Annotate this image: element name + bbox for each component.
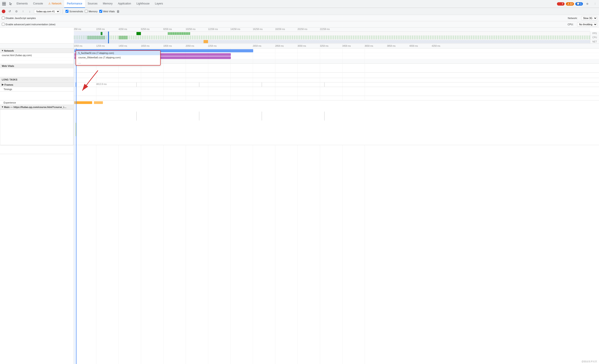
inspect-icon[interactable] xyxy=(1,1,7,7)
ruler-tick-3: 6258 ms xyxy=(141,28,150,30)
tooltip-container: 5_5a18ae5f.css (7.idqqimg.com) course_09… xyxy=(76,50,161,66)
tab-network[interactable]: ⚠ Network xyxy=(46,0,64,8)
upload-button[interactable]: ↑ xyxy=(21,9,26,14)
long-tasks-timeline xyxy=(74,73,599,78)
ruler-tick-6: 12258 ms xyxy=(208,28,218,30)
frames-arrow-icon: ▶ xyxy=(2,83,4,86)
network-arrow-icon: ▾ xyxy=(2,49,3,52)
detail-area: ▾ Network course.html (fudao.qq.com) Web… xyxy=(0,49,599,364)
ruler-tick-10: 20258 ms xyxy=(298,28,307,30)
enable-paint-checkbox[interactable] xyxy=(2,23,5,26)
screenshots-checkbox[interactable] xyxy=(66,10,69,13)
more-icon[interactable]: ⋮ xyxy=(592,1,598,7)
tab-bar: Elements Console ⚠ Network Performance S… xyxy=(0,0,599,8)
net-label-overview: NET xyxy=(590,40,599,43)
record-button[interactable] xyxy=(2,10,5,13)
timings-row: Timings xyxy=(0,87,74,91)
svg-rect-0 xyxy=(2,2,4,4)
timing-vline-5 xyxy=(324,83,325,87)
cpu-label-overview: CPU xyxy=(590,35,599,40)
web-vitals-row: Web Vitals xyxy=(0,64,74,68)
timeline-overview: 258 ms 2258 ms 4258 ms 6258 ms 8258 ms 1… xyxy=(0,27,599,43)
main-thread-header[interactable]: ▾ Main — https://fudao.qq.com/course.htm… xyxy=(0,105,74,109)
vline-a xyxy=(136,112,137,121)
network-label: Network: xyxy=(568,17,578,19)
detail-tick-5: 2058 ms xyxy=(186,45,194,47)
ruler-tick-8: 16258 ms xyxy=(253,28,263,30)
tooltip-item-1[interactable]: 5_5a18ae5f.css (7.idqqimg.com) xyxy=(76,51,160,55)
detail-tick-15: 4258 ms xyxy=(432,45,440,47)
network-html-row: course.html (fudao.qq.com) xyxy=(0,53,74,57)
frames-group-header[interactable]: ▶ Frames xyxy=(0,83,74,87)
detail-ruler-right: 1058 ms 1258 ms 1458 ms 1658 ms 1858 ms … xyxy=(74,43,599,48)
detail-tick-6: 2258 ms xyxy=(208,45,217,47)
network-group-header[interactable]: ▾ Network xyxy=(0,49,74,53)
cpu-throttle-select[interactable]: No throttling xyxy=(577,22,597,26)
timing-vline xyxy=(76,83,76,87)
timings-timeline-2 xyxy=(74,87,599,96)
ruler-tick-5: 10258 ms xyxy=(186,28,195,30)
tracks-left-panel: ▾ Network course.html (fudao.qq.com) Web… xyxy=(0,49,74,364)
enable-paint-label[interactable]: Enable advanced paint instrumentation (s… xyxy=(2,23,55,26)
detail-tick-13: 3858 ms xyxy=(387,45,396,47)
detail-tick-9: 3058 ms xyxy=(298,45,306,47)
experience-timeline xyxy=(74,96,599,100)
svg-marker-4 xyxy=(10,2,12,5)
clear-button[interactable]: 🗑 xyxy=(116,10,120,13)
network-spacer-2 xyxy=(0,61,74,64)
tab-lighthouse[interactable]: Lighthouse xyxy=(134,0,152,8)
timing-vline-2 xyxy=(136,83,137,87)
tab-elements[interactable]: Elements xyxy=(14,0,30,8)
options-row-1: Disable JavaScript samples Network: Slow… xyxy=(0,15,599,21)
download-button[interactable]: ↓ xyxy=(27,9,32,14)
tab-sources[interactable]: Sources xyxy=(85,0,100,8)
disable-js-checkbox[interactable] xyxy=(2,17,5,19)
cursor-icon[interactable] xyxy=(8,1,14,7)
detail-tick-1: 1258 ms xyxy=(96,45,105,47)
tab-performance[interactable]: Performance xyxy=(64,0,85,8)
settings-icon[interactable]: ⚙ xyxy=(584,1,590,7)
main-thread-timeline xyxy=(74,100,599,145)
flame-popup xyxy=(0,109,73,145)
web-vitals-spacer xyxy=(0,68,74,77)
memory-checkbox-label[interactable]: Memory xyxy=(85,10,97,13)
detail-tick-0: 1058 ms xyxy=(74,45,82,47)
detail-tick-11: 3458 ms xyxy=(342,45,351,47)
svg-rect-1 xyxy=(4,2,6,4)
network-throttle-select[interactable]: Slow 3G xyxy=(581,16,597,20)
warning-icon: ⚠ xyxy=(48,2,51,5)
timing-label: 4813.9 ms xyxy=(96,83,107,85)
network-spacer-1 xyxy=(0,57,74,61)
ruler-tick-2: 4258 ms xyxy=(119,28,127,30)
error-badge: 🚫7 xyxy=(557,2,564,6)
session-select[interactable]: fudao.qq.com #1 xyxy=(34,9,60,14)
tooltip-box: 5_5a18ae5f.css (7.idqqimg.com) course_09… xyxy=(76,50,161,66)
warning-badge: ⚠13 xyxy=(566,2,574,6)
tab-console[interactable]: Console xyxy=(30,0,46,8)
webvitals-checkbox-label[interactable]: Web Vitals xyxy=(99,10,115,13)
main-thread-marker xyxy=(76,123,76,136)
fps-label: FPS xyxy=(590,32,599,35)
ruler-tick-9: 18258 ms xyxy=(275,28,285,30)
main-arrow-icon: ▾ xyxy=(2,105,3,108)
detail-tick-4: 1858 ms xyxy=(163,45,172,47)
disable-js-label[interactable]: Disable JavaScript samples xyxy=(2,17,36,19)
tooltip-item-2[interactable]: course_09dee6a6.css (7.idqqimg.com) xyxy=(76,55,160,60)
tab-memory[interactable]: Memory xyxy=(100,0,115,8)
tab-layers[interactable]: Layers xyxy=(152,0,166,8)
screenshots-checkbox-label[interactable]: Screenshots xyxy=(66,10,83,13)
timings-spacer xyxy=(0,91,74,100)
watermark: @掘金技术社区 xyxy=(581,360,597,363)
detail-tick-10: 3258 ms xyxy=(320,45,328,47)
tab-application[interactable]: Application xyxy=(115,0,134,8)
stop-button[interactable]: ⊘ xyxy=(14,9,19,14)
ruler-tick-11: 22258 ms xyxy=(320,28,330,30)
detail-tick-3: 1658 ms xyxy=(141,45,150,47)
webvitals-checkbox[interactable] xyxy=(99,10,102,13)
timing-vline-3 xyxy=(199,83,199,87)
refresh-button[interactable]: ↺ xyxy=(7,9,12,14)
tracks-right-panel: 5_5a18ae5f.css (7.idqqimg.com) course_09… xyxy=(74,49,599,364)
main-thread-content xyxy=(0,109,74,154)
performance-toolbar: ↺ ⊘ ↑ ↓ fudao.qq.com #1 Screenshots Memo… xyxy=(0,8,599,15)
memory-checkbox[interactable] xyxy=(85,10,88,13)
